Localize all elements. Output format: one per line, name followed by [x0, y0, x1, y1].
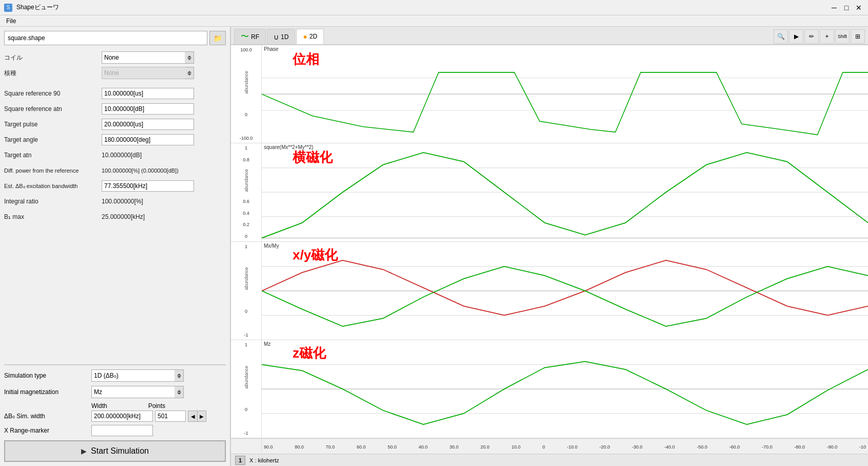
tab-2d[interactable]: ● 2D	[296, 29, 324, 44]
sim-section: Simulation type 1D (ΔB₀) Initial magneti…	[4, 364, 226, 462]
xrange-row: X Range-marker	[4, 425, 226, 436]
mz-title: Mz	[264, 341, 271, 347]
mz-y-axis: 1 abundance 0 -1	[231, 340, 262, 438]
param-row-target-pulse: Target pulse	[4, 118, 225, 131]
param-value-target-atn: 10.000000[dB]	[102, 152, 225, 159]
maximize-button[interactable]: □	[841, 3, 852, 13]
plus-button[interactable]: +	[820, 29, 834, 44]
1d-tab-icon: ∪	[274, 33, 279, 41]
chart-transverse: 1 0.8 abundance 0.6 0.4 0.2 0 square(Mx*…	[231, 143, 868, 241]
nucleus-select-wrapper: None	[102, 67, 194, 79]
transverse-y-axis: 1 0.8 abundance 0.6 0.4 0.2 0	[231, 143, 262, 241]
phase-y-abundance: abundance	[244, 71, 249, 94]
param-label-target-angle: Target angle	[4, 136, 102, 143]
param-input-target-angle[interactable]	[102, 134, 194, 145]
shift-button[interactable]: Shift	[835, 29, 850, 44]
db0-increment-button[interactable]: ▶	[197, 411, 206, 422]
param-value-integral: 100.000000[%]	[102, 198, 225, 205]
param-row-sqatn: Square reference atn	[4, 103, 225, 115]
param-label-sq90: Square reference 90	[4, 90, 102, 97]
expand-button[interactable]: ⊞	[851, 29, 865, 44]
start-btn-label: Start Simulation	[91, 446, 149, 456]
nucleus-label: 核種	[4, 69, 102, 78]
toolbar-right: 🔍 ▶ ✏ + Shift ⊞	[774, 29, 865, 44]
play-icon: ▶	[81, 447, 87, 455]
sim-type-select[interactable]: 1D (ΔB₀)	[91, 369, 184, 382]
chart-container: 100.0 abundance 0 -100.0 Phase 位相	[231, 45, 868, 454]
nucleus-row: 核種 None	[4, 67, 226, 79]
param-row-target-atn: Target atn 10.000000[dB]	[4, 149, 225, 161]
tab-bar: 〜 RF ∪ 1D ● 2D 🔍 ▶ ✏ + Shift ⊞	[231, 27, 868, 45]
transverse-y-abundance: abundance	[244, 169, 249, 192]
page-num-bar: 1 X : kilohertz	[231, 454, 868, 466]
coil-select[interactable]: None	[102, 51, 194, 64]
transverse-plot: square(Mx**2+My**2) 横磁化	[262, 143, 868, 241]
db0-decrement-button[interactable]: ◀	[188, 411, 197, 422]
param-label-est-bw: Est. ΔB₀ excitation bandwidth	[4, 183, 102, 190]
start-simulation-button[interactable]: ▶ Start Simulation	[4, 440, 226, 462]
tab-1d[interactable]: ∪ 1D	[267, 29, 295, 44]
param-input-sqatn[interactable]	[102, 103, 194, 115]
sim-type-row: Simulation type 1D (ΔB₀)	[4, 369, 226, 382]
nucleus-select[interactable]: None	[102, 67, 194, 79]
param-row-est-bw: Est. ΔB₀ excitation bandwidth	[4, 180, 225, 192]
menu-bar: File	[0, 15, 868, 27]
width-sub-label: Width	[91, 402, 107, 409]
x-axis-spacer	[231, 439, 262, 454]
phase-svg	[262, 45, 868, 143]
chart-phase: 100.0 abundance 0 -100.0 Phase 位相	[231, 45, 868, 143]
param-row-sq90: Square reference 90	[4, 87, 225, 100]
window-title: Shapeビューワ	[16, 3, 59, 12]
2d-tab-icon: ●	[303, 32, 307, 41]
file-open-button[interactable]: 📁	[209, 31, 226, 45]
tab-1d-label: 1D	[281, 33, 288, 41]
xrange-input[interactable]	[91, 425, 153, 436]
params-scroll: Square reference 90 Square reference atn…	[4, 87, 226, 364]
title-bar: S Shapeビューワ ─ □ ✕	[0, 0, 868, 15]
phase-plot: Phase 位相	[262, 45, 868, 143]
mxmy-label: x/y磁化	[293, 246, 338, 264]
chart-mxmy: 1 abundance 0 -1 Mx/My x/y磁化	[231, 242, 868, 340]
db0-points-input[interactable]	[155, 411, 186, 422]
mxmy-plot: Mx/My x/y磁化	[262, 242, 868, 340]
init-mag-select[interactable]: Mz	[91, 386, 184, 398]
param-input-sq90[interactable]	[102, 88, 194, 99]
draw-button[interactable]: ✏	[804, 29, 819, 44]
tabs: 〜 RF ∪ 1D ● 2D	[234, 29, 324, 44]
rf-tab-icon: 〜	[241, 31, 249, 42]
param-value-diff-power: 100.000000[%] (0.000000[dB])	[102, 167, 225, 174]
file-input[interactable]	[4, 31, 207, 45]
coil-select-wrapper: None	[102, 51, 194, 64]
mxmy-y-abundance: abundance	[244, 267, 249, 290]
phase-title: Phase	[264, 46, 278, 52]
init-mag-select-wrapper: Mz	[91, 386, 184, 398]
param-label-sqatn: Square reference atn	[4, 105, 102, 113]
minimize-button[interactable]: ─	[829, 3, 839, 13]
param-label-b1max: B₁ max	[4, 213, 102, 220]
xrange-label: X Range-marker	[4, 427, 91, 434]
phase-label: 位相	[293, 50, 319, 68]
db0-arrows: ◀ ▶	[188, 411, 206, 422]
tab-rf-label: RF	[251, 33, 259, 41]
play-button[interactable]: ▶	[789, 29, 803, 44]
zoom-button[interactable]: 🔍	[774, 29, 788, 44]
mz-plot: Mz z磁化	[262, 340, 868, 438]
param-row-diff-power: Diff. power from the reference 100.00000…	[4, 164, 225, 177]
param-input-target-pulse[interactable]	[102, 119, 194, 130]
coil-row: コイル None	[4, 51, 226, 64]
sim-type-select-wrapper: 1D (ΔB₀)	[91, 369, 184, 382]
param-label-target-pulse: Target pulse	[4, 121, 102, 128]
db0-width-input[interactable]	[91, 411, 153, 422]
close-button[interactable]: ✕	[854, 3, 864, 13]
menu-file[interactable]: File	[2, 16, 20, 26]
param-label-integral: Integral ratio	[4, 198, 102, 205]
app-icon: S	[4, 4, 12, 12]
param-input-est-bw[interactable]	[102, 180, 194, 192]
param-label-target-atn: Target atn	[4, 152, 102, 159]
mxmy-title: Mx/My	[264, 243, 279, 249]
tab-2d-label: 2D	[310, 33, 317, 40]
left-panel: 📁 コイル None 核種 None	[0, 27, 231, 466]
param-value-b1max: 25.000000[kHz]	[102, 213, 225, 220]
mz-svg	[262, 340, 868, 438]
tab-rf[interactable]: 〜 RF	[234, 29, 266, 44]
